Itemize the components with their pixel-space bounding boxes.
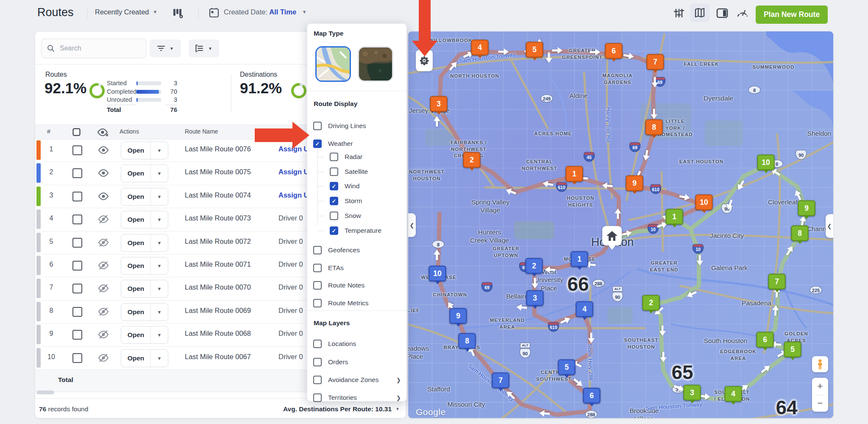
checkbox-item-geofences[interactable]: Geofences — [313, 245, 360, 255]
blue-route-stop-marker-9[interactable]: 9 — [450, 308, 467, 324]
columns-settings-icon[interactable] — [172, 7, 185, 21]
checkbox-item-snow[interactable]: Snow — [330, 211, 361, 221]
orange-route-stop-marker-8[interactable]: 8 — [645, 120, 663, 135]
checkbox-item-satellite[interactable]: Satellite — [330, 167, 368, 177]
zoom-in-button[interactable]: + — [818, 378, 823, 395]
open-route-button[interactable]: Open ▼ — [121, 349, 168, 367]
green-route-stop-marker-6[interactable]: 6 — [757, 332, 774, 348]
orange-route-stop-marker-3[interactable]: 3 — [430, 96, 448, 112]
row-checkbox[interactable] — [72, 238, 82, 248]
checkbox-item-driving-lines[interactable]: Driving Lines — [313, 121, 366, 131]
plan-new-route-button[interactable]: Plan New Route — [756, 6, 828, 24]
green-route-stop-marker-5[interactable]: 5 — [784, 342, 801, 357]
green-route-stop-marker-8[interactable]: 8 — [791, 226, 809, 241]
checkbox-item-temperature[interactable]: ✓ Temperature — [330, 226, 381, 236]
open-label[interactable]: Open — [121, 234, 151, 251]
open-label[interactable]: Open — [121, 165, 151, 182]
checkbox[interactable]: ✓ — [330, 197, 338, 205]
row-checkbox[interactable] — [72, 168, 82, 178]
eye-icon[interactable] — [98, 168, 109, 178]
search-input[interactable] — [59, 44, 137, 53]
pegman-control[interactable] — [812, 356, 828, 372]
checkbox[interactable] — [330, 167, 338, 176]
open-label[interactable]: Open — [121, 280, 151, 297]
open-label[interactable]: Open — [121, 304, 151, 321]
map-type-satellite-option[interactable] — [358, 46, 393, 82]
visibility-column-icon[interactable] — [97, 128, 109, 137]
chevron-down-icon[interactable]: ▼ — [151, 188, 168, 205]
checkbox[interactable] — [313, 122, 322, 130]
collapse-right-tab[interactable]: ❮ — [826, 214, 833, 238]
chevron-down-icon[interactable]: ▼ — [151, 280, 168, 297]
chevron-right-icon[interactable]: ❯ — [396, 395, 401, 401]
orange-route-stop-marker-5[interactable]: 5 — [526, 42, 543, 58]
checkbox-item-orders[interactable]: Orders — [313, 357, 348, 367]
assign-user-link[interactable]: Assign U — [278, 191, 309, 199]
map-canvas[interactable]: WILLOWBROOKNORTH HOUSTONGREATERGREENSPOI… — [408, 31, 833, 418]
checkbox[interactable] — [313, 299, 322, 307]
open-route-button[interactable]: Open ▼ — [121, 303, 168, 321]
created-date-filter[interactable]: Created Date: All Time ▼ — [224, 8, 307, 16]
eye-off-icon[interactable] — [98, 283, 109, 293]
checkbox-item-etas[interactable]: ETAs — [313, 263, 344, 273]
orange-route-stop-marker-10[interactable]: 10 — [696, 195, 713, 210]
checkbox[interactable] — [313, 264, 322, 272]
checkbox[interactable] — [330, 153, 338, 161]
checkbox-item-avoidance-zones[interactable]: Avoidance Zones ❯ — [313, 375, 379, 385]
avg-destinations-dropdown[interactable]: Avg. Destinations Per Route: 10.31▼ — [283, 405, 400, 413]
open-route-button[interactable]: Open ▼ — [121, 165, 168, 182]
eye-off-icon[interactable] — [98, 260, 109, 271]
open-route-button[interactable]: Open ▼ — [121, 234, 168, 252]
checkbox[interactable]: ✓ — [330, 182, 338, 190]
panel-layout-icon[interactable] — [715, 6, 730, 20]
blue-route-stop-marker-2[interactable]: 2 — [526, 258, 543, 274]
green-route-stop-marker-10[interactable]: 10 — [757, 155, 775, 170]
assign-user-link[interactable]: Assign U — [278, 168, 309, 176]
open-route-button[interactable]: Open ▼ — [121, 326, 168, 344]
checkbox-item-storm[interactable]: ✓ Storm — [330, 196, 362, 206]
blue-route-stop-marker-7[interactable]: 7 — [492, 373, 509, 388]
open-label[interactable]: Open — [121, 211, 151, 228]
blue-route-stop-marker-3[interactable]: 3 — [526, 290, 544, 306]
eye-off-icon[interactable] — [98, 307, 109, 317]
eye-icon[interactable] — [98, 145, 109, 155]
route-name[interactable]: Last Mile Route 0071 — [185, 260, 251, 268]
chevron-down-icon[interactable]: ▼ — [151, 234, 168, 251]
route-name[interactable]: Last Mile Route 0075 — [185, 168, 251, 176]
eye-off-icon[interactable] — [98, 237, 109, 248]
row-checkbox[interactable] — [72, 192, 82, 201]
horizontal-scrollbar[interactable] — [36, 391, 54, 394]
eye-off-icon[interactable] — [98, 214, 109, 224]
green-route-stop-marker-4[interactable]: 4 — [725, 386, 742, 402]
checkbox-item-route-notes[interactable]: Route Notes — [313, 280, 364, 290]
eye-off-icon[interactable] — [98, 353, 109, 363]
green-route-stop-marker-9[interactable]: 9 — [798, 201, 815, 216]
open-label[interactable]: Open — [121, 188, 151, 205]
select-all-checkbox[interactable] — [72, 128, 81, 136]
orange-route-stop-marker-4[interactable]: 4 — [471, 40, 489, 56]
chevron-down-icon[interactable]: ▼ — [151, 257, 168, 274]
chevron-down-icon[interactable]: ▼ — [151, 142, 168, 159]
checkbox[interactable] — [330, 212, 338, 220]
chevron-down-icon[interactable]: ▼ — [151, 350, 168, 367]
orange-route-stop-marker-9[interactable]: 9 — [626, 176, 643, 191]
blue-route-stop-marker-1[interactable]: 1 — [571, 251, 588, 267]
collapse-left-tab[interactable]: ❮ — [408, 213, 416, 237]
checkbox[interactable] — [313, 376, 322, 384]
blue-route-stop-marker-5[interactable]: 5 — [558, 360, 576, 375]
open-route-button[interactable]: Open ▼ — [121, 257, 168, 275]
orange-route-stop-marker-6[interactable]: 6 — [605, 43, 623, 59]
checkbox-item-route-metrics[interactable]: Route Metrics — [313, 298, 369, 308]
blue-route-stop-marker-8[interactable]: 8 — [459, 333, 476, 349]
open-label[interactable]: Open — [121, 350, 151, 367]
row-checkbox[interactable] — [72, 284, 82, 293]
eye-icon[interactable] — [98, 191, 109, 201]
checkbox[interactable] — [313, 358, 322, 366]
route-name[interactable]: Last Mile Route 0067 — [185, 353, 251, 361]
chevron-down-icon[interactable]: ▼ — [151, 304, 168, 321]
checkbox[interactable] — [313, 246, 322, 254]
route-name[interactable]: Last Mile Route 0076 — [185, 145, 251, 153]
route-name[interactable]: Last Mile Route 0068 — [185, 329, 251, 338]
gauge-icon[interactable] — [734, 6, 751, 20]
assign-user-link[interactable]: Assign U — [278, 145, 309, 153]
